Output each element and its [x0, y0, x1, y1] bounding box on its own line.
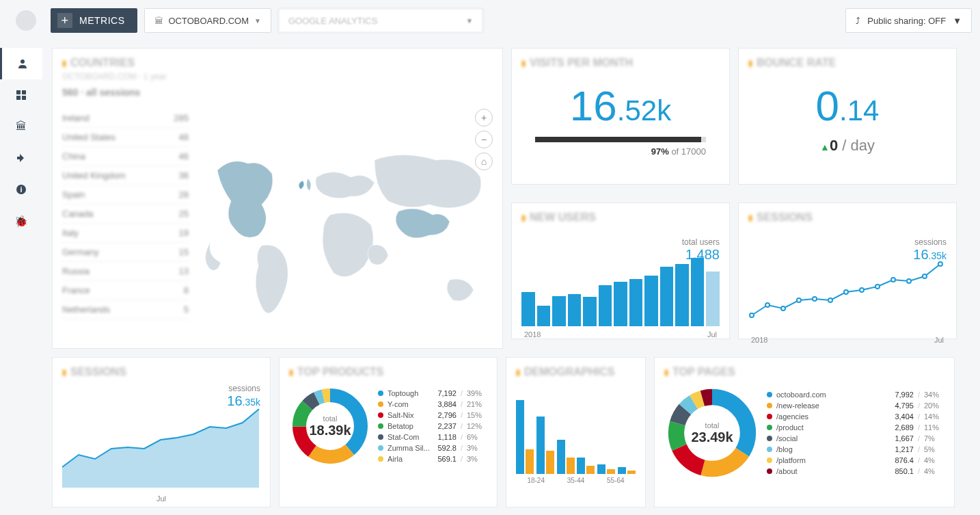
sharing-button[interactable]: ⤴ Public sharing: OFF ▼: [845, 8, 972, 33]
svg-point-8: [765, 303, 770, 307]
card-title: COUNTRIES: [62, 57, 493, 69]
zoom-in-button[interactable]: +: [475, 109, 493, 127]
legend-row: Salt-Nix2,796 / 15%: [378, 410, 487, 421]
card-title: SESSIONS: [748, 211, 947, 224]
card-title: NEW USERS: [521, 211, 720, 224]
country-row: United Kingdom36: [62, 166, 189, 185]
demographics-chart: [516, 392, 636, 474]
sidebar-item-profile[interactable]: [0, 48, 42, 79]
metrics-label: METRICS: [79, 15, 125, 26]
svg-point-12: [828, 298, 832, 302]
sessions-area-card: SESSIONS sessions 16.35k Jul: [52, 357, 271, 507]
svg-point-13: [844, 290, 848, 294]
svg-point-17: [907, 279, 911, 283]
svg-point-16: [891, 278, 895, 282]
sidebar-item-dashboard[interactable]: [0, 79, 42, 111]
demographics-card: DEMOGRAPHICS 18-24 35-44 55-64: [506, 357, 646, 507]
country-row: France8: [62, 281, 189, 300]
svg-point-9: [781, 306, 785, 311]
map-svg: [197, 109, 491, 341]
svg-rect-3: [16, 96, 21, 100]
newusers-chart: [521, 258, 720, 326]
legend-row: Zumma Sil...592.8 / 3%: [378, 443, 487, 453]
logo: [8, 0, 44, 41]
legend-row: Y-com3,884 / 21%: [378, 399, 487, 410]
svg-point-11: [813, 297, 817, 301]
country-row: Italy19: [62, 224, 189, 243]
toppages-card: TOP PAGES: [654, 357, 955, 507]
x-axis: 18-24 35-44 55-64: [516, 477, 636, 484]
card-title: TOP PRODUCTS: [289, 366, 487, 378]
metrics-button[interactable]: + METRICS: [51, 8, 137, 33]
country-row: Ireland285: [62, 109, 189, 128]
legend-row: Toptough7,192 / 39%: [378, 388, 487, 399]
plus-icon: +: [57, 13, 72, 28]
legend-row: Stat-Com1,118 / 6%: [378, 432, 487, 443]
sessions-area-chart: [62, 406, 260, 488]
legend-row: /new-release4,795 / 20%: [767, 400, 944, 411]
home-button[interactable]: ⌂: [475, 153, 493, 170]
bounce-value: 0.14: [748, 81, 947, 130]
chevron-down-icon: ▼: [254, 17, 261, 25]
card-title: VISITS PER MONTH: [521, 57, 720, 69]
svg-text:i: i: [20, 185, 22, 194]
country-row: Canada25: [62, 204, 189, 224]
sidebar-item-org[interactable]: 🏛: [0, 111, 42, 142]
visits-value: 16.52k: [521, 81, 720, 130]
legend-row: /product2,689 / 11%: [767, 422, 944, 433]
triangle-up-icon: ▲: [820, 142, 830, 153]
svg-point-0: [21, 60, 25, 64]
topproducts-card: TOP PRODUCTS total: [279, 357, 498, 507]
chevron-down-icon: ▼: [466, 17, 473, 25]
chart-value-label: sessions 16.35k: [913, 237, 947, 263]
source-selector[interactable]: GOOGLE ANALYTICS ▼: [278, 8, 483, 33]
legend: Toptough7,192 / 39%Y-com3,884 / 21%Salt-…: [378, 388, 487, 464]
chevron-down-icon: ▼: [953, 16, 962, 26]
donut-chart: total 18.39k: [289, 385, 371, 467]
x-axis: Jul: [62, 494, 260, 503]
country-summary: 560 · all sessions: [62, 87, 493, 98]
legend-row: /agencies3,404 / 14%: [767, 411, 944, 422]
sidebar-item-plugin[interactable]: [0, 142, 42, 174]
progress-bar: [535, 137, 706, 142]
country-row: Spain28: [62, 185, 189, 204]
svg-point-7: [750, 313, 754, 317]
card-subtitle: OCTOBOARD.COM - 1 year: [62, 72, 493, 81]
country-list: Ireland285 United States48 China46 Unite…: [62, 109, 189, 344]
legend: octoboard.com7,992 / 34%/new-release4,79…: [767, 389, 944, 477]
legend-row: /social1,667 / 7%: [767, 433, 944, 444]
content: COUNTRIES OCTOBOARD.COM - 1 year 560 · a…: [42, 41, 980, 514]
svg-point-18: [923, 274, 927, 278]
bounce-delta: ▲0 / day: [748, 137, 947, 155]
sidebar-item-bug[interactable]: 🐞: [0, 205, 42, 237]
svg-rect-1: [16, 90, 21, 94]
world-map[interactable]: + − ⌂: [197, 109, 493, 344]
countries-card: COUNTRIES OCTOBOARD.COM - 1 year 560 · a…: [52, 48, 503, 349]
newusers-card: NEW USERS total users 1,488 2018Jul: [511, 202, 730, 339]
legend-row: /about850.1 / 4%: [767, 466, 944, 477]
zoom-out-button[interactable]: −: [475, 131, 493, 148]
sidebar: 🏛 i 🐞: [0, 41, 42, 514]
domain-text: OCTOBOARD.COM: [169, 16, 249, 26]
card-title: BOUNCE RATE: [748, 57, 947, 69]
country-row: United States48: [62, 128, 189, 147]
donut-chart: total 23.49k: [664, 385, 760, 481]
x-axis: 2018Jul: [748, 336, 947, 344]
card-title: DEMOGRAPHICS: [516, 366, 636, 378]
country-row: Netherlands5: [62, 300, 189, 319]
chart-value-label: total users 1,488: [682, 237, 720, 263]
country-row: Russia13: [62, 262, 189, 281]
sidebar-item-info[interactable]: i: [0, 174, 42, 205]
source-text: GOOGLE ANALYTICS: [288, 16, 378, 26]
legend-row: octoboard.com7,992 / 34%: [767, 389, 944, 400]
legend-row: Betatop2,237 / 12%: [378, 421, 487, 432]
card-title: SESSIONS: [62, 366, 260, 378]
sessions-line-chart: [748, 261, 947, 329]
topbar: + METRICS 🏛 OCTOBOARD.COM ▼ GOOGLE ANALY…: [0, 0, 980, 41]
country-row: Germany15: [62, 243, 189, 262]
domain-selector[interactable]: 🏛 OCTOBOARD.COM ▼: [144, 8, 271, 33]
legend-row: /blog1,217 / 5%: [767, 444, 944, 455]
svg-marker-20: [62, 409, 259, 488]
card-title: TOP PAGES: [664, 366, 944, 378]
share-icon: ⤴: [856, 16, 860, 26]
